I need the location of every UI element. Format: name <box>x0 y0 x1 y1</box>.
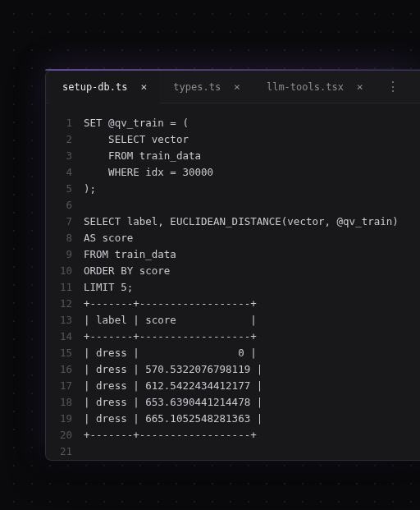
line-number: 1 <box>46 115 84 131</box>
code-content: ); <box>84 181 420 197</box>
code-content <box>84 443 420 460</box>
editor-window: setup-db.ts × types.ts × llm-tools.tsx ×… <box>45 70 420 461</box>
tab-bar: setup-db.ts × types.ts × llm-tools.tsx ×… <box>46 71 420 103</box>
line-number: 14 <box>46 329 84 345</box>
line-number: 16 <box>46 361 84 378</box>
code-content: +-------+------------------+ <box>84 427 420 443</box>
code-editor[interactable]: 1SET @qv_train = (2 SELECT vector3 FROM … <box>46 103 420 460</box>
close-icon[interactable]: × <box>355 80 365 94</box>
line-number: 13 <box>46 312 84 329</box>
code-line: 10ORDER BY score <box>46 263 420 279</box>
code-line: 8AS score <box>46 230 420 246</box>
line-number: 5 <box>46 181 84 197</box>
code-content: SELECT label, EUCLIDEAN_DISTANCE(vector,… <box>84 214 420 230</box>
code-content: | dress | 570.5322076798119 | <box>84 361 420 378</box>
line-number: 20 <box>46 427 84 443</box>
line-number: 15 <box>46 345 84 361</box>
code-content: AS score <box>84 230 420 246</box>
code-content: SET @qv_train = ( <box>84 115 420 131</box>
code-line: 5); <box>46 181 420 197</box>
code-line: 14+-------+------------------+ <box>46 329 420 345</box>
tab-llm-tools[interactable]: llm-tools.tsx × <box>253 71 377 103</box>
code-line: 13| label | score | <box>46 312 420 329</box>
line-number: 7 <box>46 214 84 230</box>
code-content: FROM train_data <box>84 148 420 164</box>
code-line: 7SELECT label, EUCLIDEAN_DISTANCE(vector… <box>46 214 420 230</box>
code-line: 19| dress | 665.1052548281363 | <box>46 411 420 427</box>
line-number: 2 <box>46 131 84 148</box>
code-line: 15| dress | 0 | <box>46 345 420 361</box>
code-line: 1SET @qv_train = ( <box>46 115 420 131</box>
tab-label: llm-tools.tsx <box>267 81 344 93</box>
code-content: | dress | 612.5422434412177 | <box>84 378 420 394</box>
code-content: ORDER BY score <box>84 263 420 279</box>
code-line: 6 <box>46 197 420 214</box>
line-number: 3 <box>46 148 84 164</box>
code-content: | dress | 0 | <box>84 345 420 361</box>
code-content: +-------+------------------+ <box>84 296 420 312</box>
code-line: 18| dress | 653.6390441214478 | <box>46 394 420 411</box>
line-number: 8 <box>46 230 84 246</box>
close-icon[interactable]: × <box>232 80 242 94</box>
code-content: SELECT vector <box>84 131 420 148</box>
code-line: 16| dress | 570.5322076798119 | <box>46 361 420 378</box>
line-number: 12 <box>46 296 84 312</box>
code-line: 21 <box>46 443 420 460</box>
tab-label: types.ts <box>173 81 221 93</box>
code-line: 11LIMIT 5; <box>46 279 420 296</box>
line-number: 21 <box>46 443 84 460</box>
code-line: 3 FROM train_data <box>46 148 420 164</box>
line-number: 17 <box>46 378 84 394</box>
code-line: 9FROM train_data <box>46 246 420 263</box>
line-number: 18 <box>46 394 84 411</box>
tab-setup-db[interactable]: setup-db.ts × <box>49 71 160 103</box>
code-content: | dress | 665.1052548281363 | <box>84 411 420 427</box>
code-line: 2 SELECT vector <box>46 131 420 148</box>
tab-overflow-icon[interactable]: ⋮ <box>377 80 409 94</box>
code-content: FROM train_data <box>84 246 420 263</box>
tab-label: setup-db.ts <box>62 81 127 93</box>
close-icon[interactable]: × <box>139 80 148 94</box>
code-line: 12+-------+------------------+ <box>46 296 420 312</box>
code-content: | label | score | <box>84 312 420 329</box>
line-number: 6 <box>46 197 84 214</box>
line-number: 10 <box>46 263 84 279</box>
code-content: LIMIT 5; <box>84 279 420 296</box>
line-number: 19 <box>46 411 84 427</box>
tab-types[interactable]: types.ts × <box>160 71 253 103</box>
line-number: 4 <box>46 164 84 181</box>
code-line: 4 WHERE idx = 30000 <box>46 164 420 181</box>
code-line: 17| dress | 612.5422434412177 | <box>46 378 420 394</box>
code-content: +-------+------------------+ <box>84 329 420 345</box>
window-top-accent <box>45 69 420 71</box>
code-content: WHERE idx = 30000 <box>84 164 420 181</box>
line-number: 11 <box>46 279 84 296</box>
line-number: 9 <box>46 246 84 263</box>
code-line: 20+-------+------------------+ <box>46 427 420 443</box>
code-content: | dress | 653.6390441214478 | <box>84 394 420 411</box>
code-content <box>84 197 420 214</box>
